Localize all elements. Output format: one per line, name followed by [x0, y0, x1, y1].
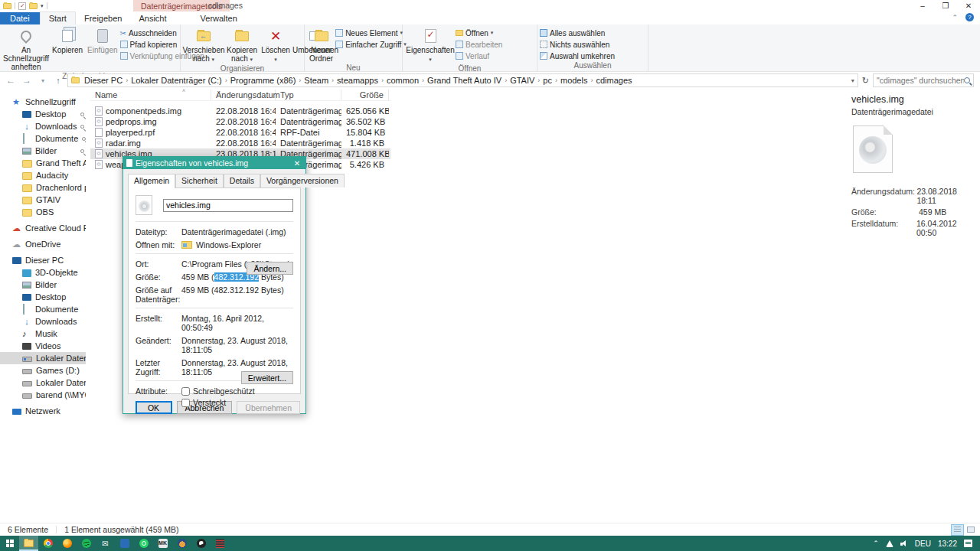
wifi-icon[interactable] — [886, 540, 893, 547]
tab-freigeben[interactable]: Freigeben — [76, 12, 131, 24]
breadcrumb-drive-c[interactable]: Lokaler Datenträger (C:) — [129, 76, 224, 85]
move-to-button[interactable]: ← Verschieben nach ▾ — [183, 26, 224, 64]
sidebar-item-musik[interactable]: ♪Musik — [0, 328, 86, 340]
sidebar-item-gtaiv[interactable]: GTAIV — [0, 194, 86, 206]
new-item-button[interactable]: Neues Element▾ — [335, 28, 407, 38]
up-icon[interactable]: ↑ — [53, 76, 64, 85]
breadcrumb[interactable]: Dieser PC› Lokaler Datenträger (C:)› Pro… — [67, 73, 858, 87]
back-icon[interactable]: ← — [5, 75, 17, 86]
sidebar-network[interactable]: Netzwerk — [0, 405, 86, 417]
sidebar-item-dokumente[interactable]: Dokumente — [0, 132, 86, 145]
sidebar-item-pc-desktop[interactable]: Desktop — [0, 291, 86, 303]
minimize-button[interactable]: – — [911, 0, 934, 11]
invert-selection-button[interactable]: Auswahl umkehren — [540, 51, 615, 61]
breadcrumb-dieser-pc[interactable]: Dieser PC — [82, 76, 125, 85]
column-header-type[interactable]: Typ — [276, 90, 341, 100]
column-header-name[interactable]: Name — [90, 90, 211, 100]
sidebar-item-games-d[interactable]: Games (D:) — [0, 364, 86, 377]
sidebar-item-gta[interactable]: Grand Theft Aut — [0, 157, 86, 169]
tray-expand-icon[interactable]: ⌃ — [873, 540, 879, 547]
select-none-button[interactable]: Nichts auswählen — [540, 39, 615, 50]
tab-sicherheit[interactable]: Sicherheit — [175, 174, 224, 187]
readonly-checkbox[interactable] — [181, 387, 190, 396]
sidebar-item-downloads[interactable]: ↓Downloads — [0, 120, 86, 132]
customize-qat-icon[interactable]: ▾ — [41, 3, 44, 9]
ribbon-collapse-icon[interactable]: ⌃ — [952, 14, 958, 21]
start-button[interactable] — [0, 536, 19, 551]
breadcrumb-models[interactable]: models — [558, 76, 590, 85]
sidebar-item-pc-dokumente[interactable]: Dokumente — [0, 303, 86, 315]
breadcrumb-cdimages[interactable]: cdimages — [593, 76, 634, 85]
table-row[interactable]: componentpeds.img 22.08.2018 16:45 Daten… — [90, 106, 390, 116]
pin-to-quick-access-button[interactable]: An Schnellzugriff anheften — [2, 26, 50, 72]
taskbar-file-explorer[interactable] — [19, 536, 38, 551]
taskbar-blue-app[interactable] — [115, 536, 134, 551]
open-button[interactable]: Öffnen▾ — [456, 28, 502, 38]
search-box[interactable] — [873, 73, 974, 87]
taskbar-game[interactable]: MK — [153, 536, 172, 551]
sidebar-item-videos[interactable]: Videos — [0, 340, 86, 352]
tab-verwalten[interactable]: Verwalten — [192, 12, 246, 24]
select-all-button[interactable]: Alles auswählen — [540, 28, 615, 38]
details-view-button[interactable] — [951, 524, 964, 536]
sidebar-item-drachenlord[interactable]: Drachenlord precio — [0, 181, 86, 194]
sidebar-item-pc-downloads[interactable]: ↓Downloads — [0, 315, 86, 328]
notification-center-icon[interactable] — [964, 540, 972, 547]
breadcrumb-common[interactable]: common — [384, 76, 421, 85]
thumbnails-view-button[interactable] — [964, 524, 977, 536]
sidebar-quick-access[interactable]: ★ Schnellzugriff — [0, 96, 86, 108]
sidebar-onedrive[interactable]: ☁OneDrive — [0, 238, 86, 250]
recent-locations-icon[interactable]: ▾ — [37, 77, 49, 84]
table-row[interactable]: radar.img 22.08.2018 16:45 Datenträgerim… — [90, 138, 390, 148]
language-indicator[interactable]: DEU — [915, 540, 931, 548]
hidden-checkbox[interactable] — [181, 399, 190, 407]
help-icon[interactable]: ? — [965, 13, 974, 21]
change-button[interactable]: Ändern... — [247, 262, 293, 275]
volume-icon[interactable] — [900, 540, 908, 547]
delete-button[interactable]: ✕ Löschen ▾ — [260, 26, 292, 64]
breadcrumb-pc[interactable]: pc — [541, 76, 554, 85]
table-row[interactable]: pedprops.img 22.08.2018 16:45 Datenträge… — [90, 116, 390, 127]
breadcrumb-steam[interactable]: Steam — [302, 76, 331, 85]
taskbar-notes[interactable] — [211, 536, 230, 551]
sidebar-item-lokaler-datentraeger-c[interactable]: Lokaler Datenträger — [0, 352, 86, 364]
easy-access-button[interactable]: Einfacher Zugriff▾ — [335, 39, 407, 50]
paste-button[interactable]: Einfügen — [85, 26, 119, 55]
sidebar-item-obs[interactable]: OBS — [0, 206, 86, 218]
search-input[interactable] — [877, 76, 964, 85]
tab-ansicht[interactable]: Ansicht — [130, 12, 175, 24]
taskbar-obs[interactable] — [191, 536, 211, 551]
properties-button[interactable]: Eigenschaften▾ — [405, 26, 456, 64]
breadcrumb-gtaiv[interactable]: GTAIV — [508, 76, 537, 85]
forward-icon[interactable]: → — [21, 75, 33, 86]
taskbar-whatsapp[interactable] — [134, 536, 153, 551]
new-folder-qat-icon[interactable] — [29, 3, 38, 9]
address-dropdown-icon[interactable]: ▾ — [851, 77, 854, 84]
breadcrumb-programme[interactable]: Programme (x86) — [228, 76, 299, 85]
clock[interactable]: 13:22 — [938, 540, 957, 548]
close-button[interactable]: ✕ — [957, 0, 980, 11]
sidebar-item-bilder[interactable]: Bilder — [0, 145, 86, 157]
tab-start[interactable]: Start — [40, 11, 76, 24]
tab-allgemein[interactable]: Allgemein — [128, 174, 175, 188]
tab-details[interactable]: Details — [224, 174, 260, 187]
column-header-size[interactable]: Größe — [341, 90, 389, 100]
properties-qat-icon[interactable] — [18, 2, 26, 10]
table-row[interactable]: playerped.rpf 22.08.2018 16:45 RPF-Datei… — [90, 127, 390, 138]
sidebar-creative-cloud[interactable]: ☁Creative Cloud Files — [0, 222, 86, 234]
history-button[interactable]: Verlauf — [456, 51, 502, 61]
taskbar-firefox[interactable] — [57, 536, 77, 551]
copy-to-button[interactable]: Kopieren nach ▾ — [224, 26, 260, 64]
column-header-date[interactable]: Änderungsdatum — [211, 90, 276, 100]
taskbar-chrome[interactable] — [38, 536, 57, 551]
restore-button[interactable]: ❐ — [934, 0, 957, 11]
refresh-icon[interactable]: ↻ — [862, 76, 869, 86]
sidebar-item-barend-nas[interactable]: barend (\\MYCLOU — [0, 389, 86, 401]
tab-datei[interactable]: Datei — [0, 12, 40, 24]
tab-vorgaengerversionen[interactable]: Vorgängerversionen — [260, 174, 345, 187]
search-icon[interactable] — [964, 77, 970, 83]
breadcrumb-steamapps[interactable]: steamapps — [335, 76, 381, 85]
sidebar-item-3d-objekte[interactable]: 3D-Objekte — [0, 266, 86, 279]
sidebar-this-pc[interactable]: Dieser PC — [0, 254, 86, 266]
sidebar-item-lokaler-datentraeger-2[interactable]: Lokaler Datenträger — [0, 377, 86, 389]
